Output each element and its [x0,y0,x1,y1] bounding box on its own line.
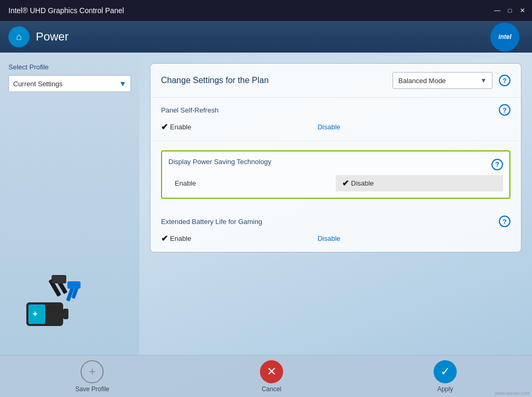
apply-icon-circle: ✓ [434,360,457,383]
intel-logo: intel [490,23,519,52]
sidebar: Select Profile Current Settings ▼ + [0,53,139,355]
dpst-toggle-row: Enable ✔ Disable [168,175,503,191]
titlebar-logo: Intel® UHD Graphics Control Panel [4,6,124,15]
eb-disable-link[interactable]: Disable [317,235,340,242]
card-header: Change Settings for the Plan Balanced Mo… [150,64,521,98]
eb-enable-check: ✔ [161,233,168,243]
home-icon[interactable]: ⌂ [8,26,29,47]
card-header-right: Balanced Mode ▼ ? [393,72,510,89]
header-bar: ⌂ Power intel [0,21,532,53]
dpst-disable-option[interactable]: ✔ Disable [336,175,503,191]
dpst-header: Display Power Saving Technology ? [168,158,503,171]
watermark: www.wsxdn.com [495,391,530,396]
save-profile-button[interactable]: + Save Profile [65,356,120,397]
save-icon-circle: + [81,360,104,383]
psr-disable-link[interactable]: Disable [317,123,340,131]
profile-dropdown[interactable]: Current Settings ▼ [8,75,131,92]
page-title: Power [36,30,68,44]
extended-battery-title: Extended Battery Life for Gaming [161,218,262,226]
help-icon-psr[interactable]: ? [499,104,510,116]
apply-icon: ✓ [440,365,450,379]
svg-rect-6 [52,275,66,283]
mode-dropdown-value: Balanced Mode [398,77,446,85]
eb-enable-option[interactable]: ✔ Enable [161,233,191,243]
cancel-button[interactable]: ✕ Cancel [249,356,294,397]
cancel-icon-circle: ✕ [260,360,283,383]
svg-text:+: + [33,309,37,318]
psr-enable-option[interactable]: ✔ Enable [161,122,191,132]
titlebar: Intel® UHD Graphics Control Panel — □ ✕ [0,0,532,21]
close-button[interactable]: ✕ [517,5,528,16]
profile-current-value: Current Settings [13,80,63,88]
battery-illustration: + [21,271,84,334]
cancel-label: Cancel [262,385,281,393]
apply-label: Apply [437,385,453,393]
dpst-disable-check: ✔ [342,178,349,188]
extended-battery-toggle: ✔ Enable Disable [161,231,510,246]
help-icon-dpst[interactable]: ? [491,159,503,170]
panel-self-refresh-toggle: ✔ Enable Disable [161,120,510,134]
save-label: Save Profile [75,385,109,393]
profile-dropdown-arrow: ▼ [119,79,126,88]
dpst-wrapper: Display Power Saving Technology ? Enable… [150,141,521,209]
titlebar-controls: — □ ✕ [492,5,528,16]
main-layout: Select Profile Current Settings ▼ + [0,53,532,355]
mode-dropdown[interactable]: Balanced Mode ▼ [393,72,493,89]
panel-self-refresh-section: Panel Self-Refresh ? ✔ Enable Disable [150,98,521,141]
cancel-icon: ✕ [267,365,276,379]
svg-rect-9 [67,281,81,289]
minimize-button[interactable]: — [492,5,503,16]
card-title: Change Settings for the Plan [161,76,269,85]
dpst-header-row [150,143,521,150]
maximize-button[interactable]: □ [505,5,515,16]
help-icon-eb[interactable]: ? [499,216,510,227]
dpst-section: Display Power Saving Technology ? Enable… [161,150,510,199]
psr-enable-check: ✔ [161,122,168,132]
dpst-title: Display Power Saving Technology [168,158,272,166]
extended-battery-header: Extended Battery Life for Gaming ? [161,216,510,227]
content-area: Change Settings for the Plan Balanced Mo… [139,53,532,355]
extended-battery-section: Extended Battery Life for Gaming ? ✔ Ena… [150,209,521,252]
titlebar-title: Intel® UHD Graphics Control Panel [4,6,124,15]
mode-dropdown-arrow: ▼ [480,77,487,84]
save-icon: + [89,365,96,379]
select-profile-label: Select Profile [8,63,131,71]
settings-card: Change Settings for the Plan Balanced Mo… [150,63,521,252]
dpst-enable-label: Enable [175,179,196,187]
footer: + Save Profile ✕ Cancel ✓ Apply [0,355,532,397]
panel-self-refresh-header: Panel Self-Refresh ? [161,104,510,116]
panel-self-refresh-title: Panel Self-Refresh [161,106,218,114]
help-icon-header[interactable]: ? [499,75,510,86]
svg-rect-1 [63,309,68,319]
psr-enable-label: Enable [170,123,191,131]
eb-enable-label: Enable [170,235,191,242]
dpst-enable-option[interactable]: Enable [168,176,336,190]
apply-button[interactable]: ✓ Apply [423,356,467,397]
dpst-disable-label: Disable [351,179,374,187]
